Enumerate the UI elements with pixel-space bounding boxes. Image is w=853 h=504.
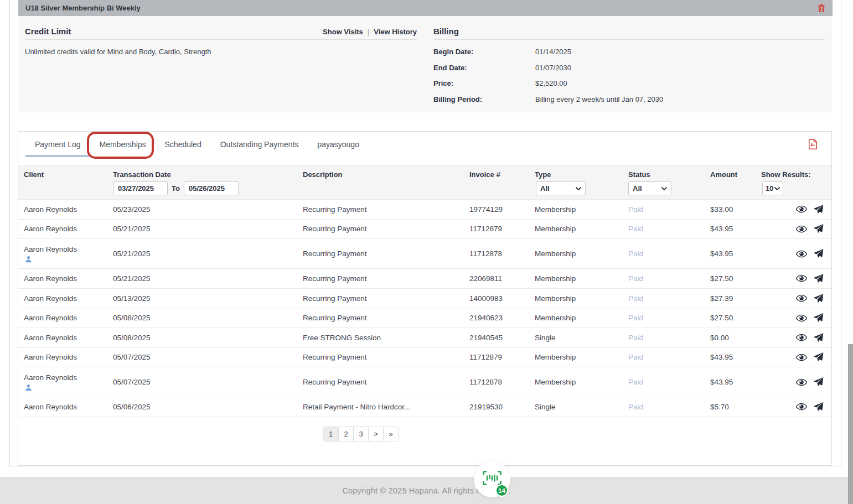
send-icon [813, 224, 824, 233]
view-payment-button[interactable] [796, 250, 807, 258]
description-cell: Recurring Payment [303, 294, 469, 303]
show-results-value: 10 [766, 184, 773, 193]
amount-cell: $33.00 [710, 205, 761, 214]
tab-outstanding-payments[interactable]: Outstanding Payments [211, 132, 308, 157]
invoice-cell: 11712879 [469, 353, 535, 361]
view-payment-button[interactable] [796, 403, 807, 411]
billing-row-value: 01/14/2025 [535, 48, 571, 64]
description-cell: Recurring Payment [303, 378, 469, 386]
date-from-input[interactable]: 03/27/2025 [113, 181, 168, 195]
transaction-date-cell: 05/21/2025 [113, 274, 303, 283]
client-name: Aaron Reynolds [24, 274, 113, 283]
delete-membership-button[interactable] [818, 4, 825, 13]
send-receipt-button[interactable] [813, 333, 824, 342]
view-icon [796, 250, 807, 258]
send-receipt-button[interactable] [813, 249, 824, 258]
column-header-show-results: Show Results: 10 [761, 165, 824, 199]
status-cell: Paid [628, 353, 710, 361]
tab-scheduled[interactable]: Scheduled [156, 132, 211, 157]
tab-payment-log[interactable]: Payment Log [25, 132, 90, 157]
invoice-cell: 19774129 [469, 205, 535, 214]
chevron-down-icon [661, 187, 667, 190]
payments-card: Payment LogMembershipsScheduledOutstandi… [18, 131, 832, 466]
show-results-select[interactable]: 10 [762, 181, 783, 195]
row-actions [761, 352, 824, 362]
description-cell: Free STRONG Session [303, 334, 469, 342]
type-cell: Membership [535, 314, 628, 322]
payment-row: Aaron Reynolds 05/07/2025 Recurring Paym… [18, 347, 831, 367]
view-payment-button[interactable] [796, 378, 807, 386]
status-cell: Paid [628, 274, 710, 283]
transaction-date-cell: 05/21/2025 [113, 250, 303, 258]
show-results-label: Show Results: [761, 170, 811, 179]
send-receipt-button[interactable] [813, 294, 824, 303]
client-name: Aaron Reynolds [24, 205, 113, 214]
page-button-2[interactable]: 2 [338, 427, 353, 441]
transaction-date-cell: 05/08/2025 [113, 314, 303, 322]
tab-memberships[interactable]: Memberships [90, 132, 156, 157]
send-receipt-button[interactable] [813, 205, 824, 214]
tab-payasyougo[interactable]: payasyougo [308, 132, 369, 157]
client-name: Aaron Reynolds [24, 403, 113, 411]
page-button-3[interactable]: 3 [353, 427, 368, 441]
client-cell: Aaron Reynolds [24, 205, 113, 214]
barcode-scan-fab[interactable]: 14 [474, 461, 510, 497]
page-button-1[interactable]: 1 [323, 427, 338, 441]
send-receipt-button[interactable] [813, 313, 824, 323]
type-select[interactable]: All [536, 181, 586, 195]
client-name: Aaron Reynolds [24, 245, 113, 253]
row-actions [761, 205, 824, 214]
client-name: Aaron Reynolds [24, 225, 113, 233]
amount-cell: $0.00 [710, 334, 761, 342]
type-cell: Membership [535, 250, 628, 258]
person-icon [25, 256, 32, 263]
transaction-date-cell: 05/23/2025 [113, 205, 303, 214]
show-visits-link[interactable]: Show Visits [323, 28, 363, 36]
page-button->[interactable]: > [368, 427, 383, 441]
view-payment-button[interactable] [796, 354, 807, 361]
status-select[interactable]: All [628, 181, 671, 195]
links-divider: | [363, 28, 374, 36]
billing-row-value: Billing every 2 week/s until Jan 07, 203… [535, 95, 663, 111]
amount-cell: $27.50 [710, 314, 761, 322]
date-to-input[interactable]: 05/26/2025 [184, 181, 239, 195]
send-receipt-button[interactable] [813, 274, 824, 283]
transaction-date-cell: 05/06/2025 [113, 403, 303, 411]
vertical-scrollbar[interactable] [848, 344, 853, 504]
send-receipt-button[interactable] [813, 224, 824, 233]
billing-row-value: $2,520.00 [535, 79, 567, 95]
view-payment-button[interactable] [796, 274, 807, 282]
client-name: Aaron Reynolds [24, 353, 113, 361]
description-cell: Recurring Payment [303, 205, 469, 214]
column-header-description: Description [303, 165, 469, 199]
page-footer: Copyright © 2025 Hapana. All rights rese… [0, 477, 853, 504]
amount-cell: $43.95 [710, 378, 761, 386]
export-pdf-button[interactable] [808, 139, 818, 152]
send-receipt-button[interactable] [813, 377, 824, 387]
view-payment-button[interactable] [796, 294, 807, 302]
view-payment-button[interactable] [796, 314, 807, 322]
send-receipt-button[interactable] [813, 352, 824, 362]
view-icon [796, 354, 807, 361]
status-label: Status [628, 170, 650, 179]
view-payment-button[interactable] [796, 205, 807, 213]
payment-row: Aaron Reynolds 05/06/2025 Retail Payment… [18, 397, 831, 417]
view-icon [796, 378, 807, 386]
description-cell: Recurring Payment [303, 250, 469, 258]
view-payment-button[interactable] [796, 225, 807, 233]
date-range-to-label: To [172, 184, 180, 193]
person-icon [25, 384, 32, 391]
view-history-link[interactable]: View History [374, 28, 417, 36]
send-receipt-button[interactable] [813, 402, 824, 412]
status-cell: Paid [628, 225, 710, 233]
description-cell: Recurring Payment [303, 314, 469, 322]
transaction-date-label: Transaction Date [113, 170, 171, 179]
transaction-date-cell: 05/08/2025 [113, 334, 303, 342]
send-icon [813, 402, 824, 412]
view-payment-button[interactable] [796, 334, 807, 341]
billing-row: Price:$2,520.00 [433, 79, 825, 95]
type-label: Type [535, 170, 551, 179]
send-icon [813, 352, 824, 362]
page-button-»[interactable]: » [383, 427, 398, 441]
chevron-down-icon [576, 187, 581, 190]
